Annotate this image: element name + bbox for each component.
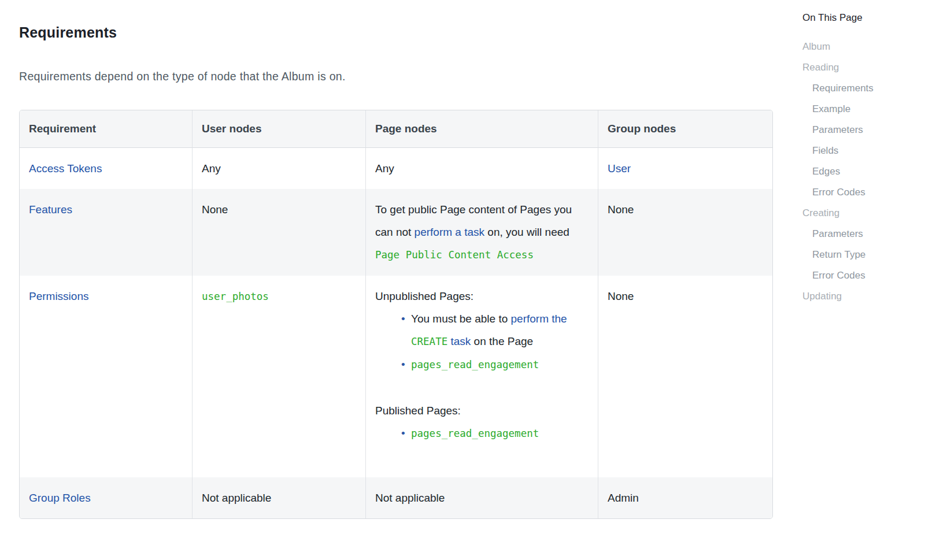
column-header-user-nodes: User nodes xyxy=(193,110,366,148)
table-row-access-tokens: Access TokensAnyAnyUser xyxy=(20,148,772,189)
cell-paragraph: Not applicable xyxy=(375,487,589,509)
permissions-link[interactable]: Permissions xyxy=(29,290,88,302)
page-title: Requirements xyxy=(19,24,773,41)
toc-item-parameters[interactable]: Parameters xyxy=(812,124,918,136)
text-run: None xyxy=(608,290,634,302)
text-run: Admin xyxy=(608,492,639,504)
toc-items: AlbumReadingRequirementsExampleParameter… xyxy=(802,40,918,303)
cell-paragraph: Any xyxy=(202,157,356,180)
on-this-page-title: On This Page xyxy=(802,12,918,24)
toc-item-edges[interactable]: Edges xyxy=(812,165,918,178)
inline-code-pages-read-engagement-2: pages_read_engagement xyxy=(411,428,539,439)
toc-item-example[interactable]: Example xyxy=(812,103,918,116)
text-run: Any xyxy=(375,162,394,175)
bullet-icon: • xyxy=(401,422,405,444)
cell-paragraph: To get public Page content of Pages you … xyxy=(375,198,589,266)
text-run: Not applicable xyxy=(375,492,445,504)
cell-paragraph: Features xyxy=(29,198,183,221)
cell-paragraph: Unpublished Pages: xyxy=(375,285,589,307)
list-item: •pages_read_engagement xyxy=(411,353,589,376)
toc-item-requirements[interactable]: Requirements xyxy=(812,82,918,95)
intro-text: Requirements depend on the type of node … xyxy=(19,70,773,83)
cell-paragraph: Not applicable xyxy=(202,487,356,509)
cell-paragraph: None xyxy=(608,198,763,221)
text-run: None xyxy=(202,203,228,216)
text-run: You must be able to xyxy=(411,313,511,325)
cell-paragraph: Access Tokens xyxy=(29,157,183,180)
table-row-group-roles: Group RolesNot applicableNot applicableA… xyxy=(20,477,772,518)
features-link[interactable]: Features xyxy=(29,203,72,216)
table-row-permissions: Permissionsuser_photosUnpublished Pages:… xyxy=(20,276,772,477)
list-item: •pages_read_engagement xyxy=(411,422,589,445)
on-this-page-sidebar: On This Page AlbumReadingRequirementsExa… xyxy=(802,12,918,311)
inline-code-user-photos: user_photos xyxy=(202,291,269,302)
cell-list: •You must be able to perform the CREATE … xyxy=(375,307,589,376)
access-tokens-link[interactable]: Access Tokens xyxy=(29,162,102,175)
toc-item-album[interactable]: Album xyxy=(802,40,918,53)
table-cell: Group Roles xyxy=(20,477,193,518)
text-run: on, you will need xyxy=(484,226,569,238)
table-cell: Permissions xyxy=(20,276,193,477)
column-header-requirement: Requirement xyxy=(20,110,193,148)
task-link[interactable]: task xyxy=(447,335,471,347)
cell-paragraph: None xyxy=(608,285,763,307)
cell-paragraph: Admin xyxy=(608,487,763,509)
toc-item-return-type[interactable]: Return Type xyxy=(812,249,918,261)
table-body: Access TokensAnyAnyUserFeaturesNoneTo ge… xyxy=(20,148,772,518)
inline-code-pages-read-engagement: pages_read_engagement xyxy=(411,359,539,370)
cell-paragraph: Any xyxy=(375,157,589,180)
cell-paragraph: Group Roles xyxy=(29,487,183,509)
table-cell: Admin xyxy=(598,477,772,518)
table-cell: Unpublished Pages:•You must be able to p… xyxy=(366,276,598,477)
table-cell: User xyxy=(598,148,772,189)
inline-code-page-public-content-access: Page Public Content Access xyxy=(375,249,534,261)
toc-item-parameters-2[interactable]: Parameters xyxy=(812,228,918,240)
table-header-row: RequirementUser nodesPage nodesGroup nod… xyxy=(20,110,772,148)
group-roles-link[interactable]: Group Roles xyxy=(29,492,91,504)
table-cell: Access Tokens xyxy=(20,148,193,189)
table-cell: To get public Page content of Pages you … xyxy=(366,189,598,276)
table-cell: Not applicable xyxy=(193,477,366,518)
table-cell: Any xyxy=(366,148,598,189)
perform-a-task-link[interactable]: perform a task xyxy=(415,226,484,238)
inline-code-create: CREATE xyxy=(411,336,447,347)
toc-item-updating[interactable]: Updating xyxy=(802,290,918,303)
text-run: Any xyxy=(202,162,221,175)
cell-paragraph: Published Pages: xyxy=(375,399,589,422)
cell-paragraph: Permissions xyxy=(29,285,183,307)
bullet-icon: • xyxy=(401,307,405,330)
table-cell: Features xyxy=(20,189,193,276)
main-content: Requirements Requirements depend on the … xyxy=(19,0,773,519)
toc-item-fields[interactable]: Fields xyxy=(812,144,918,157)
text-run: on the Page xyxy=(471,335,533,347)
table-cell: Any xyxy=(193,148,366,189)
text-run: None xyxy=(608,203,634,216)
table-cell: user_photos xyxy=(193,276,366,477)
toc-item-creating[interactable]: Creating xyxy=(802,207,918,220)
column-header-group-nodes: Group nodes xyxy=(598,110,772,148)
cell-list: •pages_read_engagement xyxy=(375,422,589,445)
toc-item-error-codes-2[interactable]: Error Codes xyxy=(812,269,918,282)
user-link[interactable]: User xyxy=(608,162,631,175)
cell-paragraph: User xyxy=(608,157,763,180)
text-run: Unpublished Pages: xyxy=(375,290,473,302)
toc-item-reading[interactable]: Reading xyxy=(802,61,918,74)
list-item: •You must be able to perform the CREATE … xyxy=(411,307,589,353)
toc-item-error-codes[interactable]: Error Codes xyxy=(812,186,918,199)
table-cell: None xyxy=(193,189,366,276)
requirements-table: RequirementUser nodesPage nodesGroup nod… xyxy=(19,110,773,519)
table-row-features: FeaturesNoneTo get public Page content o… xyxy=(20,189,772,276)
cell-paragraph: user_photos xyxy=(202,285,356,308)
cell-paragraph: None xyxy=(202,198,356,221)
perform-the-link[interactable]: perform the xyxy=(511,313,567,325)
text-run: Not applicable xyxy=(202,492,271,504)
table-cell: None xyxy=(598,189,772,276)
bullet-icon: • xyxy=(401,353,405,376)
table-cell: None xyxy=(598,276,772,477)
column-header-page-nodes: Page nodes xyxy=(366,110,598,148)
table-cell: Not applicable xyxy=(366,477,598,518)
text-run: Published Pages: xyxy=(375,405,461,417)
